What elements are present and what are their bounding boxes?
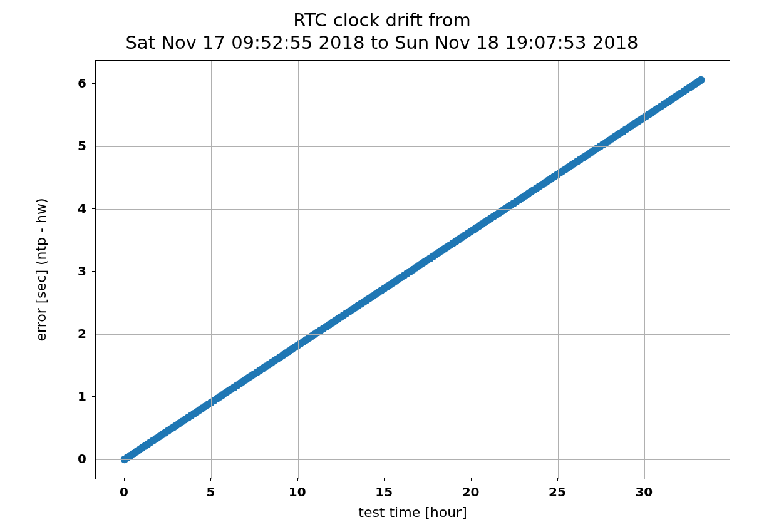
data-points <box>96 61 730 479</box>
x-tick-label: 0 <box>120 484 128 499</box>
x-tick-label: 15 <box>375 484 393 499</box>
x-tick <box>210 478 211 481</box>
y-tick-label: 6 <box>78 76 86 91</box>
plot-area <box>95 60 730 479</box>
y-tick <box>92 146 95 146</box>
gridline-vertical <box>211 61 212 479</box>
gridline-vertical <box>385 61 385 479</box>
y-tick-label: 5 <box>78 138 86 153</box>
y-tick <box>92 334 95 334</box>
y-tick <box>92 208 95 209</box>
gridline-horizontal <box>96 334 730 335</box>
x-tick-label: 20 <box>462 484 480 499</box>
gridline-horizontal <box>96 209 730 210</box>
y-axis-label-text: error [sec] (ntp - hw) <box>33 198 49 341</box>
x-tick <box>471 478 472 481</box>
gridline-vertical <box>125 61 125 479</box>
gridline-horizontal <box>96 272 730 272</box>
y-axis-label: error [sec] (ntp - hw) <box>33 60 49 479</box>
y-tick <box>92 396 95 397</box>
x-tick-label: 5 <box>206 484 215 499</box>
gridline-horizontal <box>96 84 730 84</box>
y-tick <box>92 83 95 84</box>
x-tick <box>124 478 125 481</box>
x-tick <box>384 478 385 481</box>
gridline-vertical <box>472 61 472 479</box>
gridline-vertical <box>644 61 645 479</box>
chart-title-line1: RTC clock drift from <box>293 9 470 31</box>
y-tick-label: 3 <box>78 263 86 279</box>
y-tick <box>92 271 95 272</box>
y-tick-label: 0 <box>78 451 86 466</box>
y-tick-label: 4 <box>78 201 86 216</box>
gridline-horizontal <box>96 146 730 147</box>
gridline-vertical <box>558 61 559 479</box>
gridline-horizontal <box>96 459 730 460</box>
x-tick <box>644 478 644 481</box>
y-tick <box>92 459 95 459</box>
x-tick <box>297 478 298 481</box>
svg-point-200 <box>697 76 705 84</box>
x-tick-label: 30 <box>635 484 653 499</box>
gridline-vertical <box>298 61 299 479</box>
x-tick-label: 25 <box>549 484 566 499</box>
x-axis-label: test time [hour] <box>95 504 730 520</box>
chart-figure: RTC clock drift from Sat Nov 17 09:52:55… <box>0 0 764 532</box>
x-tick-label: 10 <box>289 484 306 499</box>
chart-title-line2: Sat Nov 17 09:52:55 2018 to Sun Nov 18 1… <box>125 32 638 53</box>
x-tick <box>557 478 558 481</box>
y-tick-label: 2 <box>78 326 86 341</box>
gridline-horizontal <box>96 397 730 397</box>
chart-title: RTC clock drift from Sat Nov 17 09:52:55… <box>0 9 764 54</box>
y-tick-label: 1 <box>78 389 86 404</box>
